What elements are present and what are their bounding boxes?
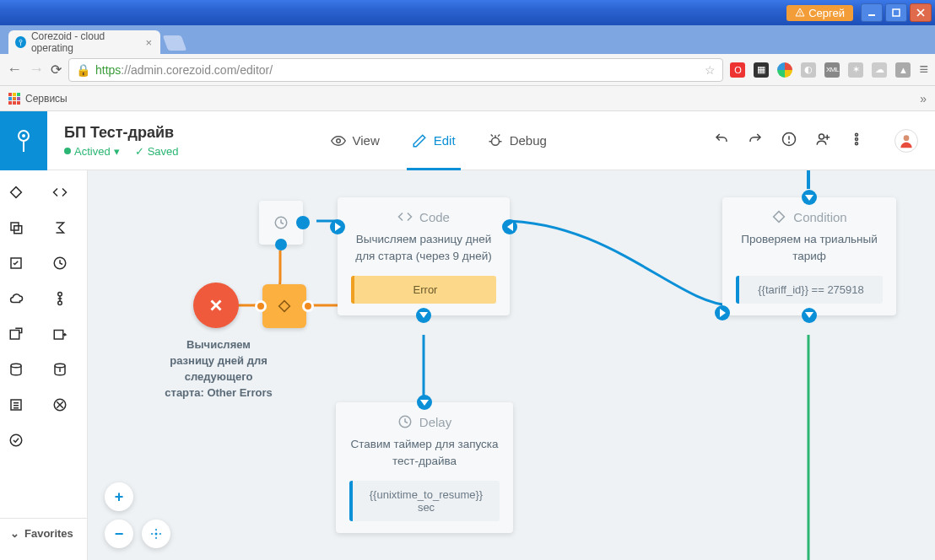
status-active[interactable]: Actived ▾ — [64, 145, 120, 158]
node-code[interactable]: Code Вычисляем разницу дней для старта (… — [338, 197, 510, 315]
os-user-badge[interactable]: Сергей — [786, 5, 853, 21]
port-in-icon[interactable] — [802, 190, 817, 205]
ext-grey2-icon[interactable]: ✶ — [848, 62, 863, 78]
node-condition[interactable]: Condition Проверяем на триальный тариф {… — [722, 197, 896, 315]
node-delay[interactable]: Delay Ставим таймер для запуска тест-дра… — [336, 402, 513, 533]
ext-opera-icon[interactable]: O — [730, 62, 745, 78]
app-logo[interactable] — [0, 111, 47, 170]
clock-icon — [273, 215, 289, 230]
zoom-in-button[interactable]: + — [105, 482, 133, 511]
more-icon[interactable] — [849, 132, 864, 150]
tool-ok-icon[interactable] — [6, 430, 26, 450]
url-input[interactable]: 🔒 https://admin.corezoid.com/editor/ ☆ — [68, 58, 723, 82]
tool-list-icon[interactable] — [6, 395, 26, 415]
close-icon — [207, 296, 225, 315]
port-in-icon[interactable] — [502, 219, 517, 234]
svg-point-40 — [55, 363, 65, 368]
tool-db2-icon[interactable] — [50, 359, 70, 380]
workspace: ⌄ Favorites — [0, 170, 935, 560]
chevron-down-icon: ⌄ — [10, 527, 19, 540]
url-host: ://admin.corezoid.com — [121, 63, 236, 77]
tool-callback-icon[interactable] — [50, 324, 70, 344]
svg-point-11 — [336, 138, 340, 143]
tool-git-icon[interactable] — [50, 288, 70, 309]
os-close[interactable] — [910, 3, 932, 22]
port-out-icon[interactable] — [416, 308, 431, 323]
apps-grid-icon — [8, 93, 20, 105]
new-tab-button[interactable] — [163, 35, 187, 51]
chrome-menu-icon[interactable]: ≡ — [919, 61, 928, 78]
svg-rect-37 — [10, 331, 19, 340]
svg-rect-3 — [893, 9, 900, 16]
svg-point-25 — [856, 137, 858, 140]
ext-film-icon[interactable]: ▦ — [754, 62, 769, 78]
port-out-icon[interactable] — [715, 305, 730, 320]
reload-icon[interactable]: ⟳ — [51, 62, 62, 78]
ext-drive-icon[interactable]: ▲ — [895, 62, 911, 78]
svg-point-34 — [57, 301, 62, 305]
port-icon[interactable] — [255, 300, 267, 312]
ext-toggl-icon[interactable] — [777, 62, 792, 78]
bookmark-star-icon[interactable]: ☆ — [705, 63, 716, 77]
browser-tab[interactable]: Corezoid - cloud operating × — [8, 30, 160, 54]
tool-palette: ⌄ Favorites — [0, 170, 88, 560]
tab-close-icon[interactable]: × — [145, 36, 152, 49]
tool-cloud-icon[interactable] — [6, 288, 26, 309]
zoom-out-button[interactable]: − — [105, 520, 133, 548]
bookmark-services[interactable]: Сервисы — [8, 93, 68, 105]
port-icon[interactable] — [302, 300, 314, 312]
ext-grey1-icon[interactable]: ◐ — [801, 62, 816, 78]
tool-modify-icon[interactable] — [6, 253, 26, 273]
tab-edit[interactable]: Edit — [412, 111, 456, 170]
tab-debug[interactable]: Debug — [488, 111, 547, 170]
port-in-icon[interactable] — [330, 219, 345, 234]
avatar[interactable] — [894, 129, 918, 153]
svg-point-6 — [19, 40, 22, 42]
os-minimize[interactable] — [861, 3, 883, 22]
undo-icon[interactable] — [714, 132, 729, 150]
lock-icon: 🔒 — [76, 63, 90, 77]
node-error[interactable] — [193, 283, 239, 328]
svg-point-56 — [155, 533, 158, 536]
browser-tabstrip: Corezoid - cloud operating × — [0, 25, 935, 54]
tool-queue-icon[interactable] — [6, 324, 26, 344]
node-error-pill[interactable]: Error — [351, 276, 496, 304]
redo-icon[interactable] — [748, 132, 763, 150]
tool-copy-icon[interactable] — [6, 218, 26, 238]
nav-back-icon[interactable]: ← — [7, 61, 22, 78]
svg-point-26 — [856, 142, 858, 144]
svg-point-21 — [819, 134, 824, 139]
fit-screen-button[interactable] — [142, 520, 170, 548]
bookmarks-overflow-icon[interactable]: » — [920, 92, 927, 105]
extensions: O ▦ ◐ XML ✶ ☁ ▲ ≡ — [730, 61, 928, 78]
share-icon[interactable] — [815, 132, 830, 150]
node-diamond[interactable] — [262, 284, 306, 328]
os-titlebar: Сергей — [0, 0, 935, 25]
os-maximize[interactable] — [885, 3, 907, 22]
port-out-icon[interactable] — [802, 308, 817, 323]
node-small-delay[interactable] — [259, 201, 303, 245]
code-icon — [397, 209, 413, 224]
favorites-section[interactable]: ⌄ Favorites — [0, 518, 87, 548]
node-desc: Проверяем на триальный тариф — [736, 231, 883, 266]
info-icon[interactable] — [781, 132, 797, 150]
tool-code-icon[interactable] — [50, 182, 70, 202]
condition-icon — [277, 299, 292, 314]
node-rule[interactable]: {{tariff_id}} == 275918 — [736, 276, 883, 304]
tool-sum-icon[interactable] — [50, 218, 70, 238]
ext-xml-icon[interactable]: XML — [824, 62, 840, 78]
port-in-icon[interactable] — [417, 395, 432, 410]
tool-delay-icon[interactable] — [50, 253, 70, 273]
port-icon[interactable] — [296, 216, 310, 229]
tool-condition-icon[interactable] — [6, 182, 26, 202]
tool-db-icon[interactable] — [6, 359, 26, 380]
svg-rect-51 — [279, 301, 290, 312]
svg-line-16 — [490, 134, 492, 136]
canvas[interactable]: Вычисляем разницу дней для следующего ст… — [88, 170, 935, 560]
node-rule[interactable]: {{unixtime_to_resume}} sec — [349, 481, 500, 521]
port-icon[interactable] — [275, 239, 287, 250]
tool-cancel-icon[interactable] — [50, 395, 70, 415]
tab-view[interactable]: View — [331, 111, 380, 170]
svg-rect-28 — [10, 187, 21, 198]
ext-cloud-icon[interactable]: ☁ — [872, 62, 887, 78]
